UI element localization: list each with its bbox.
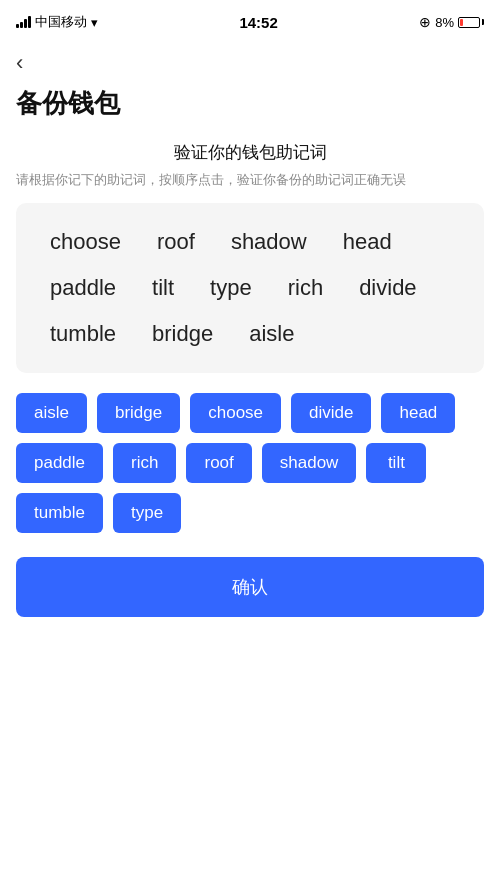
status-bar: 中国移动 ▾ 14:52 ⊕ 8% [0, 0, 500, 44]
signal-icon [16, 16, 31, 28]
word-button[interactable]: shadow [262, 443, 357, 483]
word-button[interactable]: divide [291, 393, 371, 433]
word-button[interactable]: bridge [97, 393, 180, 433]
page-title: 备份钱包 [0, 78, 500, 141]
display-word: paddle [32, 269, 134, 307]
battery-percent: 8% [435, 15, 454, 30]
word-button[interactable]: choose [190, 393, 281, 433]
clock: 14:52 [239, 14, 277, 31]
display-word: aisle [231, 315, 312, 353]
wifi-icon: ▾ [91, 15, 98, 30]
display-word: tilt [134, 269, 192, 307]
display-word: head [325, 223, 410, 261]
word-button[interactable]: rich [113, 443, 176, 483]
status-left: 中国移动 ▾ [16, 13, 98, 31]
confirm-button[interactable]: 确认 [16, 557, 484, 617]
carrier-label: 中国移动 [35, 13, 87, 31]
section-title: 验证你的钱包助记词 [0, 141, 500, 164]
section-description: 请根据你记下的助记词，按顺序点击，验证你备份的助记词正确无误 [0, 170, 500, 191]
word-button[interactable]: roof [186, 443, 251, 483]
display-word: shadow [213, 223, 325, 261]
word-button[interactable]: paddle [16, 443, 103, 483]
word-button[interactable]: type [113, 493, 181, 533]
battery-icon [458, 17, 484, 28]
display-word: bridge [134, 315, 231, 353]
status-right: ⊕ 8% [419, 14, 484, 30]
display-word: divide [341, 269, 434, 307]
word-button[interactable]: tilt [366, 443, 426, 483]
word-buttons-area: aislebridgechoosedivideheadpaddlerichroo… [16, 393, 484, 533]
word-display-area: chooseroofshadowheadpaddletilttyperichdi… [16, 203, 484, 373]
display-word: rich [270, 269, 341, 307]
display-word: choose [32, 223, 139, 261]
back-arrow-icon: ‹ [16, 50, 23, 75]
display-word: tumble [32, 315, 134, 353]
display-word: roof [139, 223, 213, 261]
word-button[interactable]: head [381, 393, 455, 433]
word-button[interactable]: tumble [16, 493, 103, 533]
screen-record-icon: ⊕ [419, 14, 431, 30]
word-button[interactable]: aisle [16, 393, 87, 433]
back-button[interactable]: ‹ [0, 44, 500, 78]
display-word: type [192, 269, 270, 307]
